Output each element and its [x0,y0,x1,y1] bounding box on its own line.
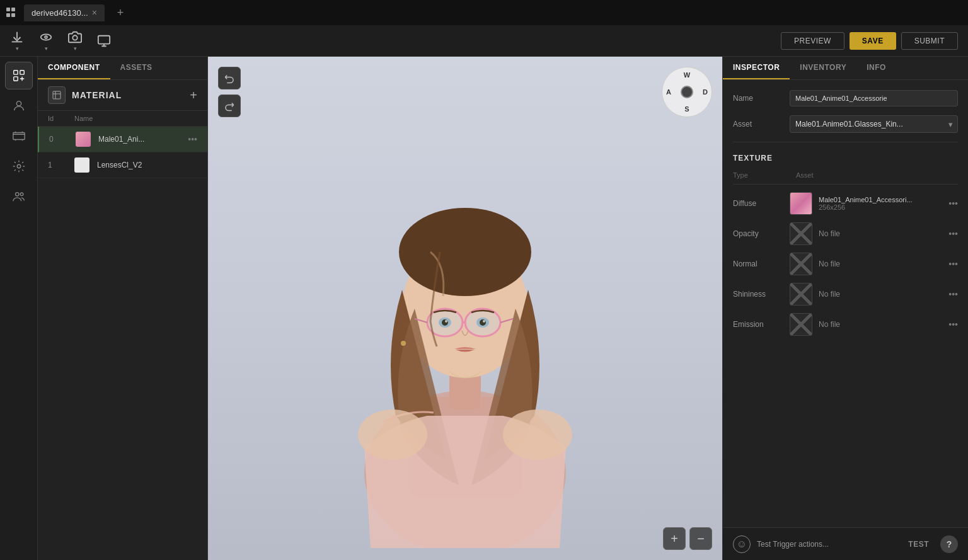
sidebar-item-users[interactable] [5,183,33,210]
svg-point-1 [45,36,47,38]
svg-rect-3 [98,35,110,43]
tab-label: derived46130... [32,8,88,18]
add-material-button[interactable]: + [190,88,197,103]
svg-point-31 [445,320,447,323]
app-grid-icon[interactable] [6,8,16,18]
name-label: Name [733,94,783,103]
asset-label: Asset [733,120,783,129]
test-label[interactable]: TEST [908,540,929,549]
zoom-out-button[interactable]: − [689,527,712,550]
avatar-container [208,57,722,560]
mat-id-1: 1 [48,161,67,169]
tex-info-diffuse: Male01_Anime01_Accessori... 256x256 [819,196,942,211]
tex-thumb-normal [790,253,812,275]
inspector-tabs: INSPECTOR INVENTORY INFO [723,57,968,80]
tab-inspector[interactable]: INSPECTOR [723,57,790,79]
svg-point-7 [16,101,21,106]
sidebar-item-avatar[interactable] [5,92,33,120]
tex-thumb-shininess [790,283,812,306]
tex-thumb-diffuse [790,192,812,215]
asset-select[interactable]: Male01.Anime01.Glasses_Kin... [790,115,958,133]
tex-label-diffuse: Diffuse [733,199,783,208]
mat-menu-0[interactable]: ••• [188,134,197,144]
eye-button[interactable]: ▾ [39,30,53,52]
col-header-id: Id [48,115,67,122]
save-button[interactable]: SAVE [850,32,896,50]
svg-point-30 [480,319,486,326]
svg-point-11 [20,193,23,196]
toolbar: ▾ ▾ ▾ PREVIEW SAVE SUBMIT [0,25,968,57]
tex-size-diffuse: 256x256 [819,203,942,211]
mat-thumb-0 [76,132,91,147]
texture-section-title: TEXTURE [733,151,958,163]
svg-rect-6 [13,77,17,81]
help-button[interactable]: ? [940,535,958,553]
left-panel: COMPONENT ASSETS MATERIAL + Id Name [38,57,208,560]
svg-point-2 [72,35,77,40]
tex-nofile-shininess: No file [819,290,840,299]
tex-col-asset: Asset [796,171,814,179]
sidebar-item-component[interactable] [5,62,33,89]
camera-button[interactable]: ▾ [68,30,82,52]
mat-name-1: LensesCl_V2 [97,161,197,169]
tex-menu-emission[interactable]: ••• [948,319,958,329]
material-row-1[interactable]: 1 LensesCl_V2 [38,152,207,178]
toolbar-actions: PREVIEW SAVE SUBMIT [781,32,958,50]
tex-menu-shininess[interactable]: ••• [948,289,958,299]
test-bar: ☺ Test Trigger actions... TEST ? [723,527,968,560]
main-area: COMPONENT ASSETS MATERIAL + Id Name [0,57,968,560]
sidebar-item-effects[interactable] [5,152,33,180]
preview-button[interactable]: PREVIEW [781,32,844,50]
new-tab-button[interactable]: + [112,4,129,22]
svg-point-33 [358,409,427,460]
tex-label-shininess: Shininess [733,290,783,299]
mat-id-0: 0 [49,135,68,144]
svg-point-34 [503,409,572,460]
test-trigger-text: Test Trigger actions... [757,540,902,549]
tex-label-opacity: Opacity [733,229,783,238]
export-button[interactable] [97,34,111,48]
col-header-name: Name [74,115,197,122]
zoom-in-button[interactable]: + [663,527,686,550]
tab-info[interactable]: INFO [856,57,896,79]
submit-button[interactable]: SUBMIT [901,32,958,50]
tex-col-type: Type [733,171,783,179]
mat-thumb-1 [74,157,89,173]
svg-point-10 [15,193,19,197]
tex-name-diffuse: Male01_Anime01_Accessori... [819,196,942,203]
zoom-controls: + − [663,527,712,550]
svg-rect-4 [13,71,17,74]
tab-close-button[interactable]: × [92,8,97,17]
texture-row-diffuse: Diffuse Male01_Anime01_Accessori... 256x… [733,192,958,215]
inspector-panel: INSPECTOR INVENTORY INFO Name Asset Male… [722,57,968,560]
sidebar-item-animation[interactable] [5,122,33,150]
texture-row-shininess: Shininess No file ••• [733,283,958,306]
tex-nofile-opacity: No file [819,229,840,238]
asset-select-wrap: Male01.Anime01.Glasses_Kin... [790,115,958,133]
name-input[interactable] [790,90,958,106]
tab-assets[interactable]: ASSETS [110,57,163,79]
tex-menu-diffuse[interactable]: ••• [948,198,958,209]
titlebar: derived46130... × + [0,0,968,25]
svg-rect-12 [53,91,60,99]
active-tab[interactable]: derived46130... × [24,4,105,21]
texture-row-opacity: Opacity No file ••• [733,222,958,245]
inspector-content: Name Asset Male01.Anime01.Glasses_Kin...… [723,80,968,527]
mat-name-0: Male01_Ani... [98,135,180,144]
tex-menu-normal[interactable]: ••• [948,259,958,269]
tex-nofile-emission: No file [819,320,840,329]
name-field: Name [733,90,958,106]
material-table: Id Name 0 Male01_Ani... ••• 1 LensesCl_V… [38,111,207,560]
tab-inventory[interactable]: INVENTORY [790,57,856,79]
viewport[interactable]: A D W S [208,57,722,560]
tex-menu-opacity[interactable]: ••• [948,229,958,239]
asset-field: Asset Male01.Anime01.Glasses_Kin... [733,115,958,133]
svg-rect-5 [20,71,23,74]
tab-component[interactable]: COMPONENT [38,57,110,79]
texture-header: Type Asset [733,171,958,185]
svg-point-29 [442,319,448,326]
download-button[interactable]: ▾ [10,30,24,52]
svg-point-0 [41,34,52,40]
texture-row-emission: Emission No file ••• [733,313,958,336]
material-row-0[interactable]: 0 Male01_Ani... ••• [38,127,207,152]
